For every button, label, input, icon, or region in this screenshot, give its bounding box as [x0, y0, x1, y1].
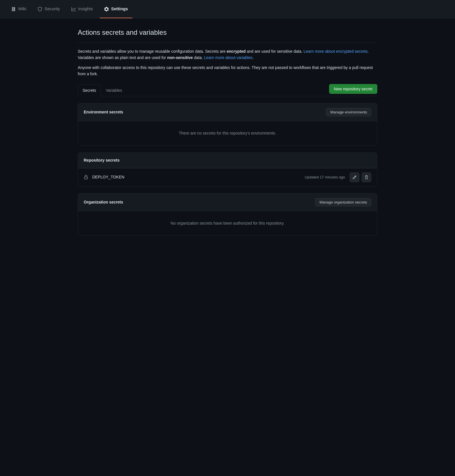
repository-secrets-header: Repository secrets — [78, 153, 377, 168]
tab-secrets[interactable]: Secrets — [78, 84, 101, 96]
environment-secrets-card: Environment secrets Manage environments … — [78, 103, 377, 146]
page-title: Actions secrets and variables — [78, 27, 377, 38]
organization-secrets-title: Organization secrets — [84, 199, 123, 205]
desc-text-4: data. — [193, 55, 204, 60]
shield-icon — [38, 6, 42, 13]
main-content: Actions secrets and variables Secrets an… — [71, 18, 384, 245]
lock-icon — [84, 174, 88, 181]
desc-bold-encrypted: encrypted — [227, 49, 246, 54]
organization-secrets-card: Organization secrets Manage organization… — [78, 193, 377, 236]
tabs-row: Secrets Variables New repository secret — [78, 84, 377, 96]
nav-item-insights[interactable]: Insights — [67, 0, 98, 18]
edit-secret-button[interactable] — [350, 172, 359, 182]
secret-updated-deploy-token: Updated 17 minutes ago — [305, 174, 345, 180]
manage-environments-button[interactable]: Manage environments — [326, 108, 371, 116]
new-repository-secret-button[interactable]: New repository secret — [329, 84, 377, 94]
link-variables[interactable]: Learn more about variables — [204, 55, 252, 60]
top-nav: Wiki Security Insights Settings — [0, 0, 455, 18]
nav-label-security: Security — [44, 6, 60, 12]
nav-label-wiki: Wiki — [18, 6, 26, 12]
nav-item-wiki[interactable]: Wiki — [7, 0, 31, 18]
tabs: Secrets Variables — [78, 84, 127, 96]
wiki-icon — [11, 6, 16, 13]
nav-label-settings: Settings — [111, 6, 128, 12]
desc-text-2: and are used for sensitive data. — [246, 49, 304, 54]
secret-actions-deploy-token — [350, 172, 371, 182]
environment-secrets-empty: There are no secrets for this repository… — [78, 121, 377, 145]
repository-secrets-card: Repository secrets DEPLOY_TOKEN Updated … — [78, 152, 377, 186]
organization-secrets-header: Organization secrets Manage organization… — [78, 194, 377, 211]
desc-text-5: . — [253, 55, 254, 60]
nav-label-insights: Insights — [78, 6, 93, 12]
graph-icon — [71, 6, 76, 13]
nav-item-security[interactable]: Security — [33, 0, 64, 18]
delete-secret-button[interactable] — [362, 172, 371, 182]
description-2: Anyone with collaborator access to this … — [78, 64, 377, 77]
desc-bold-nonsensitive: non-sensitive — [167, 55, 193, 60]
secret-name-deploy-token: DEPLOY_TOKEN — [92, 174, 305, 180]
tab-variables[interactable]: Variables — [101, 84, 127, 96]
desc-text-1: Secrets and variables allow you to manag… — [78, 49, 227, 54]
divider — [78, 42, 377, 42]
environment-secrets-header: Environment secrets Manage environments — [78, 103, 377, 121]
link-encrypted-secrets[interactable]: Learn more about encrypted secrets — [304, 49, 368, 54]
environment-secrets-title: Environment secrets — [84, 109, 123, 115]
gear-icon — [104, 6, 109, 13]
description-1: Secrets and variables allow you to manag… — [78, 48, 377, 61]
manage-organization-secrets-button[interactable]: Manage organization secrets — [315, 198, 371, 206]
repository-secrets-title: Repository secrets — [84, 157, 120, 163]
secret-row-deploy-token: DEPLOY_TOKEN Updated 17 minutes ago — [78, 168, 377, 186]
nav-item-settings[interactable]: Settings — [100, 0, 132, 18]
organization-secrets-empty: No organization secrets have been author… — [78, 211, 377, 235]
